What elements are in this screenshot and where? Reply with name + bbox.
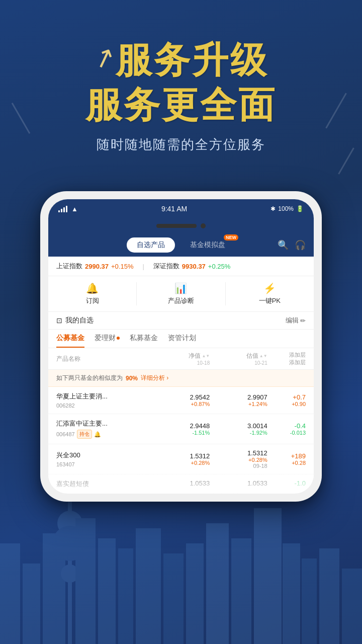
svg-rect-12 — [186, 543, 204, 644]
col-header-add: 添加层 添加层 — [267, 351, 306, 366]
fund-nav-1: 2.9542 +0.87% — [152, 393, 210, 407]
svg-rect-11 — [163, 553, 184, 644]
svg-rect-13 — [206, 523, 229, 644]
fund-est-1: 2.9907 +1.24% — [210, 393, 267, 407]
fund-info-1: 华夏上证主要消... 006282 — [56, 392, 152, 409]
notch-camera — [201, 223, 206, 228]
new-badge: NEW — [224, 234, 238, 240]
svg-rect-7 — [75, 518, 96, 644]
shenzhen-label: 深证指数 — [153, 262, 179, 271]
action-subscribe[interactable]: 🔔 订阅 — [48, 282, 137, 305]
search-icon[interactable]: 🔍 — [278, 239, 289, 251]
shenzhen-value: 9930.37 — [182, 263, 206, 270]
wifi-icon: ▲ — [71, 205, 78, 213]
category-tabs: 公募基金 爱理财 私募基金 资管计划 — [48, 330, 314, 348]
action-diagnose[interactable]: 📊 产品诊断 — [137, 282, 225, 305]
shenzhen-change: +0.25% — [208, 263, 230, 270]
svg-rect-19 — [342, 569, 362, 644]
watchlist-title: ⊡ 我的自选 — [56, 316, 94, 325]
shanghai-change: +0.15% — [111, 263, 133, 270]
ticker-shenzhen: 深证指数 9930.37 +0.25% — [153, 262, 230, 271]
phone-tab-bar: 自选产品 基金模拟盘 NEW 🔍 🎧 — [48, 233, 314, 257]
subtitle: 随时随地随需的全方位服务 — [97, 136, 265, 153]
tab-watchlist[interactable]: 自选产品 — [127, 237, 175, 253]
subscribe-label: 订阅 — [86, 296, 99, 305]
hold-tag: 持仓 — [77, 430, 92, 439]
analysis-link[interactable]: 详细分析 › — [141, 374, 168, 382]
fund-row-2[interactable]: 汇添富中证主要... 006487 持仓 🔔 2.9448 -1.51% 3.0… — [48, 414, 314, 444]
edit-icon: ✏ — [300, 317, 306, 325]
fund-code-2: 006487 持仓 🔔 — [56, 430, 152, 439]
svg-rect-17 — [302, 558, 317, 644]
diagnose-label: 产品诊断 — [168, 296, 194, 305]
edit-button[interactable]: 编辑 ✏ — [286, 316, 306, 325]
fund-nav-2: 2.9448 -1.51% — [152, 422, 210, 436]
signal-bar-4 — [66, 206, 67, 212]
notch-speaker — [156, 224, 197, 228]
tab-public-fund[interactable]: 公募基金 — [56, 334, 84, 348]
bell-tag: 🔔 — [94, 431, 101, 438]
tab-wealth[interactable]: 爱理财 — [95, 334, 120, 348]
fund-info-2: 汇添富中证主要... 006487 持仓 🔔 — [56, 419, 152, 439]
status-time: 9:41 AM — [161, 205, 187, 213]
fund-name-2: 汇添富中证主要... — [56, 419, 152, 428]
headset-icon[interactable]: 🎧 — [295, 239, 306, 251]
bluetooth-icon: ✱ — [270, 205, 276, 212]
nav-sort-icon: ▲▼ — [202, 354, 210, 358]
edit-label: 编辑 — [286, 316, 299, 325]
watchlist-header: ⊡ 我的自选 编辑 ✏ — [48, 312, 314, 330]
svg-rect-15 — [254, 508, 282, 644]
svg-rect-8 — [98, 538, 116, 644]
action-bar: 🔔 订阅 📊 产品诊断 ⚡ 一键PK — [48, 276, 314, 312]
watchlist-icon: ⊡ — [56, 316, 62, 325]
status-right: ✱ 100% 🔋 — [270, 205, 304, 212]
shanghai-label: 上证指数 — [56, 262, 82, 271]
signal-bar-3 — [63, 207, 65, 212]
battery-icon: 🔋 — [296, 205, 304, 212]
signal-bar-2 — [61, 209, 62, 212]
similarity-alert: 如下两只基金的相似度为 90% 详细分析 › — [48, 370, 314, 387]
phone-notch — [48, 218, 314, 233]
svg-rect-14 — [231, 538, 251, 644]
watchlist-title-text: 我的自选 — [65, 316, 94, 325]
fund-name-1: 华夏上证主要消... — [56, 392, 152, 401]
similarity-text: 如下两只基金的相似度为 — [56, 374, 123, 382]
similarity-percentage: 90% — [126, 375, 138, 382]
fund-est-2: 3.0014 -1.92% — [210, 422, 267, 436]
pk-icon: ⚡ — [263, 282, 276, 294]
fund-row-1[interactable]: 华夏上证主要消... 006282 2.9542 +0.87% 2.9907 +… — [48, 387, 314, 414]
tab-asset-plan[interactable]: 资管计划 — [168, 334, 196, 348]
fund-name-3: 兴全300 — [56, 451, 152, 460]
svg-rect-0 — [0, 543, 20, 644]
svg-rect-1 — [23, 564, 40, 644]
signal-bar-1 — [58, 210, 60, 212]
phone-mockup: ▲ 9:41 AM ✱ 100% 🔋 自选产品 基 — [40, 191, 322, 502]
svg-rect-10 — [136, 528, 161, 644]
svg-rect-3 — [68, 483, 72, 644]
col-header-est: 估值 ▲▼ 10-21 — [210, 352, 267, 366]
col-header-nav: 净值 ▲▼ 10-18 — [152, 352, 210, 366]
fund-add-2: -0.4 -0.013 — [267, 422, 306, 436]
table-header: 产品名称 净值 ▲▼ 10-18 估值 ▲▼ 10-21 — [48, 348, 314, 370]
diagnose-icon: 📊 — [174, 282, 187, 294]
status-left: ▲ — [58, 205, 78, 213]
est-sort-icon: ▲▼ — [259, 354, 267, 358]
ticker-divider: | — [142, 263, 144, 270]
svg-rect-18 — [319, 548, 339, 644]
action-pk[interactable]: ⚡ 一键PK — [226, 282, 314, 305]
market-ticker: 上证指数 2990.37 +0.15% | 深证指数 9930.37 +0.25… — [48, 257, 314, 276]
header-icons: 🔍 🎧 — [278, 239, 306, 251]
status-bar: ▲ 9:41 AM ✱ 100% 🔋 — [48, 199, 314, 218]
col-header-name: 产品名称 — [56, 355, 152, 363]
shanghai-value: 2990.37 — [85, 263, 109, 270]
tab-private-fund[interactable]: 私募基金 — [130, 334, 158, 348]
phone-fade — [48, 463, 314, 494]
subscribe-icon: 🔔 — [86, 282, 99, 294]
battery-text: 100% — [278, 205, 294, 212]
ticker-shanghai: 上证指数 2990.37 +0.15% — [56, 262, 133, 271]
headline-line1: 服务升级 — [116, 40, 268, 80]
svg-rect-16 — [283, 543, 300, 644]
wealth-dot — [117, 337, 120, 340]
tab-fund-simulator[interactable]: 基金模拟盘 NEW — [180, 237, 235, 253]
signal-bars — [58, 205, 67, 212]
